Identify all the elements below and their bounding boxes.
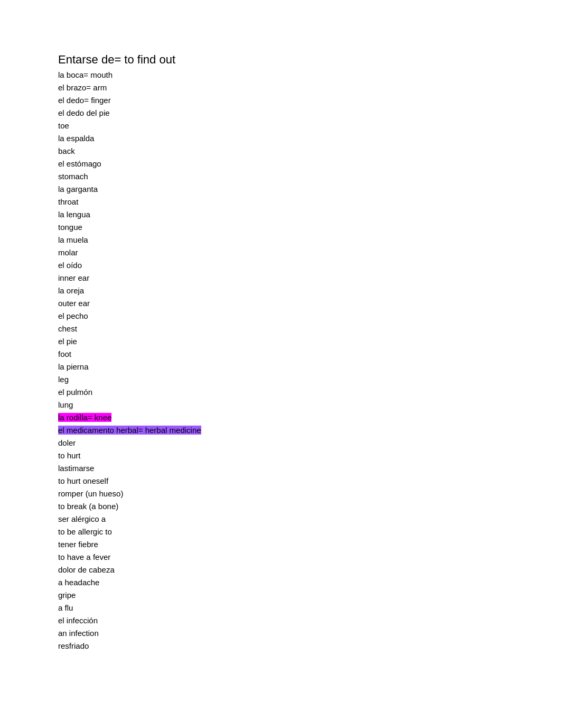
list-item: el oído — [58, 259, 561, 272]
list-item: la oreja — [58, 284, 561, 297]
list-item: outer ear — [58, 297, 561, 310]
list-item: resfriado — [58, 640, 561, 652]
list-item: to be allergic to — [58, 526, 561, 538]
list-item: el brazo= arm — [58, 81, 561, 94]
list-item: doler — [58, 437, 561, 449]
list-item: dolor de cabeza — [58, 564, 561, 576]
list-item: lung — [58, 399, 561, 411]
list-item: to hurt oneself — [58, 475, 561, 487]
list-item: to have a fever — [58, 551, 561, 564]
list-item: foot — [58, 348, 561, 361]
list-item: toe — [58, 119, 561, 132]
list-item: el medicamento herbal= herbal medicine — [58, 424, 561, 437]
list-item: romper (un hueso) — [58, 487, 561, 500]
list-item: el pie — [58, 335, 561, 348]
vocabulary-list: la boca= mouthel brazo= armel dedo= fing… — [58, 69, 561, 652]
list-item: throat — [58, 196, 561, 208]
list-item: la pierna — [58, 361, 561, 373]
list-item: tener fiebre — [58, 538, 561, 551]
list-item: el pecho — [58, 310, 561, 322]
page-title: Entarse de= to find out — [58, 53, 561, 67]
list-item: molar — [58, 246, 561, 259]
list-item: stomach — [58, 170, 561, 183]
list-item: la lengua — [58, 208, 561, 221]
list-item: la espalda — [58, 132, 561, 145]
list-item: gripe — [58, 589, 561, 602]
list-item: a headache — [58, 576, 561, 589]
list-item: la rodilla= knee — [58, 411, 561, 424]
list-item: el infección — [58, 614, 561, 627]
list-item: chest — [58, 322, 561, 335]
list-item: back — [58, 145, 561, 158]
list-item: lastimarse — [58, 462, 561, 475]
list-item: an infection — [58, 627, 561, 640]
list-item: el estómago — [58, 158, 561, 170]
list-item: ser alérgico a — [58, 513, 561, 526]
list-item: el dedo= finger — [58, 94, 561, 107]
list-item: a flu — [58, 602, 561, 614]
list-item: el dedo del pie — [58, 107, 561, 119]
list-item: el pulmón — [58, 386, 561, 399]
list-item: to break (a bone) — [58, 500, 561, 513]
list-item: inner ear — [58, 272, 561, 284]
list-item: la garganta — [58, 183, 561, 196]
list-item: la muela — [58, 234, 561, 246]
list-item: la boca= mouth — [58, 69, 561, 81]
list-item: to hurt — [58, 449, 561, 462]
list-item: tongue — [58, 221, 561, 234]
list-item: leg — [58, 373, 561, 386]
